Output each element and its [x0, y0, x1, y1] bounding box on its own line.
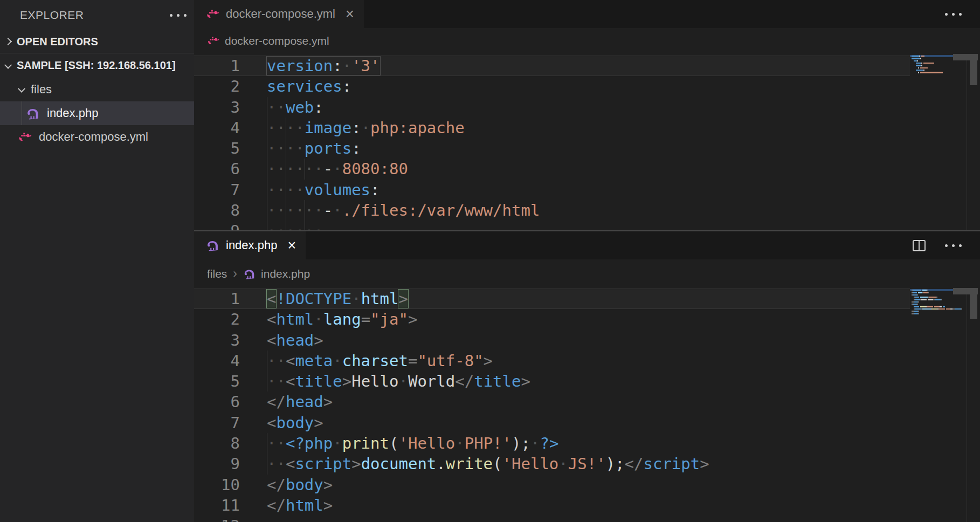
code-line[interactable]: 4··<meta·charset="utf-8">: [194, 351, 910, 371]
editor-group-sash[interactable]: [194, 230, 980, 231]
code-token: :: [351, 139, 361, 157]
code-token: JS!': [568, 455, 606, 473]
indent-guide: [267, 371, 267, 392]
code-token: .: [436, 455, 445, 473]
line-number[interactable]: 4: [194, 118, 240, 138]
code-line[interactable]: 5····ports:: [194, 138, 910, 159]
code-token: lang: [323, 310, 361, 328]
code-line[interactable]: 3<head>: [194, 330, 910, 351]
indent-guide: [267, 138, 267, 159]
line-number[interactable]: 1: [194, 289, 240, 309]
line-number[interactable]: 2: [194, 309, 240, 329]
open-editors-section[interactable]: OPEN EDITORS: [0, 30, 194, 53]
close-tab-icon[interactable]: ×: [346, 7, 354, 22]
explorer-sidebar: EXPLORER OPEN EDITORS SAMPLE [SSH: 192.1…: [0, 0, 194, 522]
line-number[interactable]: 11: [194, 495, 240, 516]
code-token: ·: [314, 310, 323, 328]
code-token: head: [286, 393, 323, 411]
tree-item-files-folder[interactable]: files: [0, 78, 194, 101]
code-token: >: [323, 496, 333, 514]
line-number[interactable]: 8: [194, 433, 240, 454]
code-token: -: [323, 160, 333, 178]
line-number[interactable]: 5: [194, 371, 240, 392]
explorer-header: EXPLORER: [0, 0, 194, 30]
code-line[interactable]: 8······-·./files:/var/www/html: [194, 200, 910, 221]
code-line[interactable]: 6</head>: [194, 392, 910, 412]
line-number[interactable]: 6: [194, 392, 240, 412]
line-number[interactable]: 8: [194, 200, 240, 221]
line-number[interactable]: 2: [194, 76, 240, 97]
line-number[interactable]: 10: [194, 475, 240, 495]
code-line[interactable]: 2services:: [194, 76, 910, 97]
breadcrumb-item[interactable]: docker-compose.yml: [225, 35, 329, 47]
code-line[interactable]: 11</html>: [194, 495, 910, 516]
breadcrumb-item[interactable]: files: [207, 267, 227, 280]
scrollbar-thumb[interactable]: [953, 54, 978, 60]
tree-item-docker-compose[interactable]: docker-compose.yml: [0, 125, 194, 149]
tab-index-php[interactable]: index.php ×: [194, 231, 306, 259]
line-number[interactable]: 3: [194, 330, 240, 351]
code-token: title: [295, 372, 342, 390]
line-number[interactable]: 6: [194, 159, 240, 179]
code-token: version: [267, 57, 333, 75]
code-line[interactable]: 12: [194, 516, 910, 522]
indent-guide: [305, 159, 305, 179]
code-token: ··: [267, 434, 286, 452]
code-token: print: [342, 434, 389, 452]
code-line[interactable]: 1version:·'3': [194, 56, 910, 76]
scrollbar-thumb[interactable]: [953, 288, 978, 294]
code-token: ·: [530, 434, 540, 452]
code-token: >: [398, 290, 408, 308]
code-line[interactable]: 7<body>: [194, 413, 910, 433]
tree-item-index-php[interactable]: index.php: [0, 101, 194, 125]
code-token: script: [295, 455, 351, 473]
code-token: <: [267, 414, 276, 432]
minimap-line: [910, 74, 967, 76]
code-token: 'Hello: [502, 455, 559, 473]
minimap[interactable]: [910, 289, 967, 522]
line-number[interactable]: 7: [194, 180, 240, 200]
code-line[interactable]: 3··web:: [194, 97, 910, 118]
chevron-down-icon: [4, 61, 12, 68]
line-number[interactable]: 1: [194, 56, 240, 76]
code-line[interactable]: 9··<script>document.write('Hello·JS!');<…: [194, 454, 910, 474]
code-token: </: [267, 496, 286, 514]
scrollbar-thumb[interactable]: [970, 294, 977, 319]
code-token: ······: [267, 201, 323, 219]
code-line[interactable]: 1<!DOCTYPE·html>: [194, 289, 910, 309]
breadcrumb-item[interactable]: index.php: [261, 267, 310, 280]
code-area[interactable]: 1version:·'3'2services:3··web:4····image…: [194, 54, 910, 230]
workspace-section[interactable]: SAMPLE [SSH: 192.168.56.101]: [0, 53, 194, 78]
code-line[interactable]: 4····image:·php:apache: [194, 118, 910, 138]
scrollbar-thumb[interactable]: [970, 60, 977, 85]
code-area[interactable]: 1<!DOCTYPE·html>2<html·lang="ja">3<head>…: [194, 288, 910, 522]
minimap[interactable]: [910, 55, 967, 230]
code-line[interactable]: 8··<?php·print('Hello·PHP!');·?>: [194, 433, 910, 454]
line-number[interactable]: 4: [194, 351, 240, 371]
close-tab-icon[interactable]: ×: [287, 238, 296, 253]
code-line[interactable]: 9······: [194, 221, 910, 230]
line-number[interactable]: 7: [194, 413, 240, 433]
code-token: "utf-8": [417, 352, 483, 370]
scrollbar[interactable]: [967, 288, 980, 522]
line-number[interactable]: 9: [194, 221, 240, 230]
editor-more-actions-icon[interactable]: [945, 244, 962, 247]
scrollbar[interactable]: [967, 54, 980, 230]
line-number[interactable]: 12: [194, 516, 240, 522]
line-number[interactable]: 3: [194, 97, 240, 118]
line-number[interactable]: 9: [194, 454, 240, 474]
line-number[interactable]: 5: [194, 138, 240, 159]
code-line[interactable]: 7····volumes:: [194, 180, 910, 200]
code-line[interactable]: 10</body>: [194, 475, 910, 495]
code-line[interactable]: 2<html·lang="ja">: [194, 309, 910, 329]
explorer-more-actions-icon[interactable]: [170, 14, 187, 17]
code-token: web: [286, 98, 314, 116]
code-line[interactable]: 5··<title>Hello·World</title>: [194, 371, 910, 392]
indent-guide: [305, 221, 305, 230]
code-line[interactable]: 6······-·8080:80: [194, 159, 910, 179]
split-editor-icon[interactable]: [913, 240, 926, 251]
tab-docker-compose[interactable]: docker-compose.yml ×: [194, 0, 364, 28]
code-token: );: [512, 434, 530, 452]
editor-more-actions-icon[interactable]: [945, 13, 962, 16]
code-token: >: [323, 476, 333, 494]
